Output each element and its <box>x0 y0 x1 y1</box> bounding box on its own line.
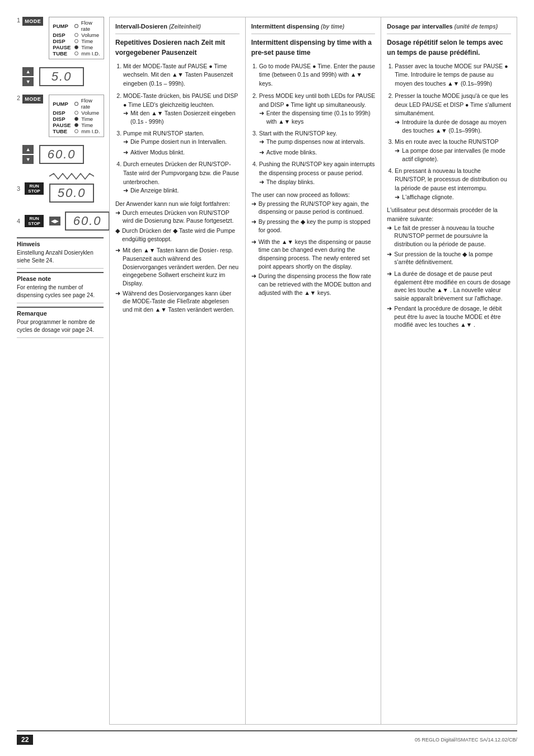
col3-header-sub: (unité de temps) <box>455 24 498 30</box>
col1-header-sub: (Zeiteinheit) <box>169 24 201 30</box>
col1-bottom-arrow1: ➜ Mit den ▲▼ Tasten kann die Dosier- res… <box>115 246 240 287</box>
col1-note-arrow1: ➜ Durch erneutes Drücken von RUN/STOP wi… <box>115 209 240 225</box>
col1-step-1: Mit der MODE-Taste auf PAUSE ● Time wech… <box>123 62 240 88</box>
footer: 22 05 REGLO Digital/ISMATEC SA/14.12.02/… <box>17 730 517 745</box>
col3-title: Dosage répétitif selon le temps avec un … <box>387 37 511 58</box>
up-down-buttons-2[interactable]: ▲ ▼ <box>22 145 34 164</box>
col2-bottom-arrow2: ➜ During the dispensing process the flow… <box>251 272 376 297</box>
col3-step-4: En pressant à nouveau la touche RUN/STOP… <box>395 167 511 202</box>
col2-note: The user can now proceed as follows: ➜ B… <box>251 191 376 234</box>
hinweis-title: Hinweis <box>17 241 104 247</box>
columns-area: Intervall-Dosieren (Zeiteinheit) Repetit… <box>109 17 517 725</box>
col3-bottom-arrow1: ➜ La durée de dosage et de pause peut ég… <box>387 270 511 303</box>
pump-diagram-1: PUMPFlow rate DISPVolume DISPTime PAUSET… <box>49 17 104 59</box>
col2-header-label: Intermittent dispensing <box>251 23 320 30</box>
display-3: 50.0 <box>49 184 94 203</box>
col3-bottom-arrow2: ➜ Pendant la procédure de dosage, le déb… <box>387 304 511 329</box>
remarque-box: Remarque Pour programmer le nombre de cy… <box>17 307 104 338</box>
col3-step-1: Passer avec la touche MODE sur PAUSE ● T… <box>395 62 511 88</box>
run-stop-button-3[interactable]: RUN STOP <box>25 182 44 195</box>
down-arrow-2[interactable]: ▼ <box>22 155 34 164</box>
col2-note-arrow1: ➜ By pressing the RUN/STOP key again, th… <box>251 200 376 216</box>
run-stop-button-4[interactable]: RUN STOP <box>25 215 44 227</box>
mode-button-2[interactable]: MODE <box>22 95 43 104</box>
col2-step3-arrow1: ➜ The pump dispenses now at intervals. <box>259 138 376 146</box>
col2-step-1: Go to mode PAUSE ● Time. Enter the pause… <box>259 62 376 88</box>
please-note-title: Please note <box>17 275 104 282</box>
col2-title: Intermittent dispensing by time with a p… <box>251 37 376 58</box>
step-4-number: 4 <box>17 218 20 224</box>
up-down-buttons-1[interactable]: ▲ ▼ <box>22 67 34 86</box>
col3-header: Dosage par intervalles (unité de temps) <box>387 22 511 34</box>
col3-step2-arrow: ➜ Introduire la durée de dosage au moyen… <box>395 118 511 134</box>
col3-step4-arrow: ➜ L'affichage clignote. <box>395 193 511 201</box>
col1-step3-arrow2: ➜ Aktiver Modus blinkt. <box>123 148 240 157</box>
col3-step-2: Presser la touche MODE jusqu'à ce que le… <box>395 92 511 135</box>
col2-header-sub: (by time) <box>321 24 344 30</box>
col2-step-3: Start with the RUN/STOP key. ➜ The pump … <box>259 129 376 157</box>
col1-header: Intervall-Dosieren (Zeiteinheit) <box>115 22 240 34</box>
col2-step-2: Press MODE key until both LEDs for PAUSE… <box>259 92 376 126</box>
col2-step4-arrow: ➜ The display blinks. <box>259 178 376 186</box>
main-content: 1 MODE PUMPFlow rate DISPVolume DISPTime… <box>17 17 517 725</box>
play-button-4[interactable]: ◀▶ <box>49 217 60 226</box>
col1-step-4: Durch erneutes Drücken der RUN/STOP-Tast… <box>123 160 240 195</box>
col3-note-arrow2: ➜ Sur pression de la touche ◆ la pompe s… <box>387 250 511 266</box>
left-panel: 1 MODE PUMPFlow rate DISPVolume DISPTime… <box>17 17 109 725</box>
mode-button-1[interactable]: MODE <box>22 17 43 26</box>
col2-steps: Go to mode PAUSE ● Time. Enter the pause… <box>251 62 376 187</box>
remarque-text: Pour programmer le nombre de cycles de d… <box>17 318 104 334</box>
display-1: 5.0 <box>39 67 84 86</box>
remarque-title: Remarque <box>17 310 104 317</box>
step-4: 4 RUN STOP ◀▶ 60.0 <box>17 209 104 233</box>
col1-step-3: Pumpe mit RUN/STOP starten. ➜ Die Pumpe … <box>123 129 240 157</box>
col1-note-arrow2: ◆ Durch Drücken der ◆ Taste wird die Pum… <box>115 227 240 243</box>
up-arrow-2[interactable]: ▲ <box>22 145 34 154</box>
col2-step3-arrow2: ➜ Active mode blinks. <box>259 148 376 157</box>
step-2-number: 2 <box>17 95 20 101</box>
col3-note: L'utilisateur peut désormais procéder de… <box>387 206 511 266</box>
step-3-number: 3 <box>17 185 20 192</box>
col3-header-label: Dosage par intervalles <box>387 23 452 30</box>
col1-step-2: MODE-Taste drücken, bis PAUSE und DISP ●… <box>123 92 240 126</box>
page-number: 22 <box>17 735 33 745</box>
col-french: Dosage par intervalles (unité de temps) … <box>381 17 517 725</box>
col2-header: Intermittent dispensing (by time) <box>251 22 376 34</box>
col3-step-3: Mis en route avec la touche RUN/STOP ➜ L… <box>395 138 511 163</box>
col1-step2-arrow: ➜ Mit den ▲▼ Tasten Dosierzeit eingeben … <box>123 109 240 125</box>
hinweis-text: Einstellung Anzahl Dosieryklen siehe Sei… <box>17 249 104 265</box>
col1-step4-arrow: ➜ Die Anzeige blinkt. <box>123 186 240 195</box>
step-2: 2 MODE PUMPFlow rate DISPVolume DISPTime… <box>17 95 104 168</box>
page: 1 MODE PUMPFlow rate DISPVolume DISPTime… <box>0 0 534 756</box>
hinweis-box: Hinweis Einstellung Anzahl Dosieryklen s… <box>17 237 104 269</box>
footer-ref: 05 REGLO Digital/ISMATEC SA/14.12.02/CB/ <box>415 737 517 743</box>
col1-note: Der Anwender kann nun wie folgt fortfahr… <box>115 200 240 243</box>
display-2: 60.0 <box>39 145 84 164</box>
pump-diagram-2: PUMPFlow rate DISPVolume DISPTime PAUSET… <box>49 95 104 137</box>
col1-header-label: Intervall-Dosieren <box>115 23 167 30</box>
col2-step2-arrow: ➜ Enter the dispensing time (0.1s to 999… <box>259 109 376 125</box>
display-4: 60.0 <box>65 212 110 231</box>
col3-step3-arrow1: ➜ La pompe dose par intervalles (le mode… <box>395 147 511 163</box>
col-german: Intervall-Dosieren (Zeiteinheit) Repetit… <box>109 17 246 725</box>
col1-title: Repetitives Dosieren nach Zeit mit vorge… <box>115 37 240 58</box>
step-1: 1 MODE PUMPFlow rate DISPVolume DISPTime… <box>17 17 104 90</box>
col2-step-4: Pushing the RUN/STOP key again interrupt… <box>259 160 376 186</box>
col-english: Intermittent dispensing (by time) Interm… <box>246 17 382 725</box>
col2-bottom-arrow1: ➜ With the ▲▼ keys the dispensing or pau… <box>251 238 376 271</box>
please-note-text: For entering the number of dispensing cy… <box>17 284 104 299</box>
please-note-box: Please note For entering the number of d… <box>17 272 104 303</box>
col1-steps: Mit der MODE-Taste auf PAUSE ● Time wech… <box>115 62 240 195</box>
col1-step3-arrow1: ➜ Die Pumpe dosiert nun in Intervallen. <box>123 138 240 146</box>
wavy-line-3 <box>49 172 94 180</box>
col3-note-arrow1: ➜ Le fait de presser à nouveau la touche… <box>387 224 511 248</box>
col2-note-arrow2: ➜ By pressing the ◆ key the pump is stop… <box>251 218 376 234</box>
col3-steps: Passer avec la touche MODE sur PAUSE ● T… <box>387 62 511 202</box>
down-arrow-1[interactable]: ▼ <box>22 77 34 86</box>
step-1-number: 1 <box>17 17 20 24</box>
up-arrow-1[interactable]: ▲ <box>22 67 34 76</box>
col1-bottom-arrow2: ➜ Während des Dosiervorganges kann über … <box>115 289 240 314</box>
step-3: 3 RUN STOP 50.0 <box>17 172 104 205</box>
